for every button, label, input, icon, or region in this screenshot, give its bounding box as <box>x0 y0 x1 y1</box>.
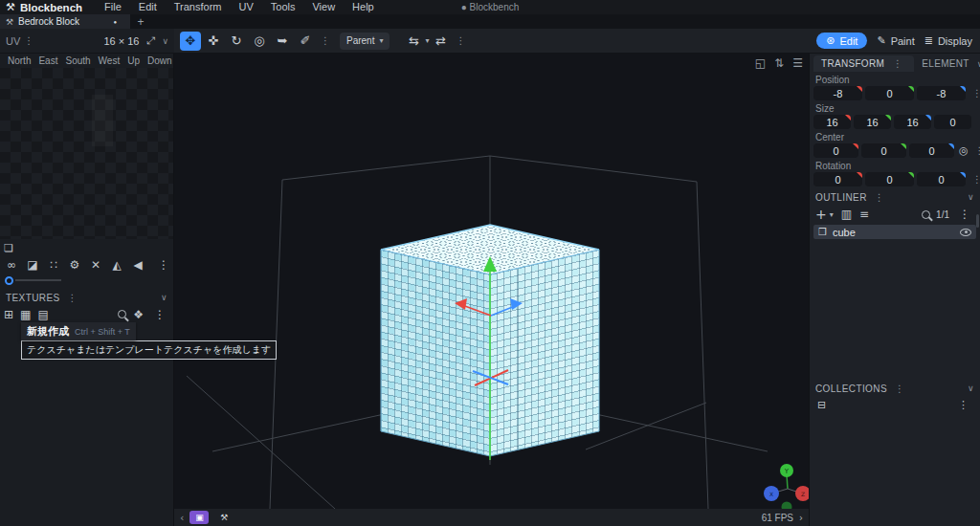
delete-uv-icon[interactable]: ✕ <box>88 258 103 272</box>
search-textures-icon[interactable] <box>118 310 126 318</box>
scroll-right-icon[interactable]: › <box>799 513 803 523</box>
focus-pivot-icon[interactable]: ◎ <box>959 144 969 157</box>
mirror-uv-icon[interactable]: ◭ <box>109 258 124 272</box>
auto-uv-gear-icon[interactable]: ⚙ <box>67 258 82 272</box>
copy-uv-icon[interactable]: ❏ <box>4 242 13 254</box>
outliner-item-cube[interactable]: ❒ cube <box>813 225 976 239</box>
menu-tools[interactable]: Tools <box>262 0 304 14</box>
uv-tools-more-icon[interactable]: ⋮ <box>154 258 169 272</box>
perspective-view-button[interactable]: ▣ <box>189 511 209 524</box>
mode-edit-button[interactable]: ⊛ Edit <box>816 33 867 49</box>
resize-tool-button[interactable]: ✜ <box>203 32 224 51</box>
add-element-button[interactable]: + <box>815 207 827 222</box>
paint-bucket-icon[interactable]: ◪ <box>25 258 40 272</box>
sort-icon[interactable]: ⇅ <box>774 56 784 70</box>
uv-zoom-slider[interactable] <box>0 274 173 287</box>
menu-uv[interactable]: UV <box>230 0 261 14</box>
textures-collapse-icon[interactable]: ∨ <box>161 293 167 302</box>
mirror-tool-button[interactable]: ⇆ <box>403 32 424 51</box>
rotation-space-dropdown[interactable]: Parent ▾ <box>340 33 390 50</box>
scroll-left-icon[interactable]: ‹ <box>180 512 184 524</box>
textures-menu-icon[interactable]: ⋮ <box>64 293 81 303</box>
pivot-tool-button[interactable]: ◎ <box>249 32 270 51</box>
screenshot-icon[interactable]: ◱ <box>755 56 766 70</box>
tab-down[interactable]: Down <box>144 55 176 66</box>
mirror-caret-icon[interactable]: ▾ <box>425 36 429 45</box>
toolbar-more2-icon[interactable]: ⋮ <box>453 35 470 46</box>
uv-menu-icon[interactable]: ⋮ <box>20 35 37 46</box>
textures-more-icon[interactable]: ⋮ <box>150 308 169 321</box>
rotation-more-icon[interactable]: ⋮ <box>969 174 980 185</box>
rotation-y-field[interactable]: 0 <box>865 172 914 186</box>
size-x-field[interactable]: 16 <box>813 115 851 129</box>
rotation-z-field[interactable]: 0 <box>917 172 966 186</box>
collections-collapse-icon[interactable]: ∨ <box>968 384 974 393</box>
new-collection-button[interactable]: ⊟ <box>817 399 826 411</box>
swap-tool-button[interactable]: ⇄ <box>431 32 452 51</box>
position-y-field[interactable]: 0 <box>865 86 914 100</box>
pack-uv-icon[interactable]: ❖ <box>133 308 144 321</box>
collections-menu-icon[interactable]: ⋮ <box>891 384 908 394</box>
new-tab-button[interactable]: + <box>130 14 151 29</box>
outliner-scrollbar[interactable] <box>976 214 979 228</box>
menu-help[interactable]: Help <box>344 0 383 14</box>
add-group-button[interactable]: ▥ <box>841 208 852 221</box>
view-orientation-gizmo[interactable]: Y X Z <box>764 464 809 509</box>
tab-up[interactable]: Up <box>123 55 144 66</box>
position-x-field[interactable]: -8 <box>813 86 862 100</box>
center-x-field[interactable]: 0 <box>813 143 858 158</box>
search-outliner-icon[interactable] <box>922 210 930 219</box>
move-tool-button[interactable]: ✥ <box>180 32 201 51</box>
outliner-collapse-icon[interactable]: ∨ <box>968 192 974 202</box>
transform-gizmo[interactable]: Y X Z <box>174 54 809 509</box>
tab-bedrock-block[interactable]: ⚒ Bedrock Block ● <box>0 14 130 29</box>
knife-tool-button[interactable]: ✐ <box>295 32 316 51</box>
size-y-field[interactable]: 16 <box>854 115 891 129</box>
mode-paint-button[interactable]: ✎ Paint <box>877 34 914 47</box>
rotate-uv-icon[interactable]: ◀ <box>130 258 145 272</box>
tab-south[interactable]: South <box>61 55 94 66</box>
size-more-icon[interactable]: ⋮ <box>974 117 980 127</box>
transform-menu-icon[interactable]: ⋮ <box>889 58 906 69</box>
marquee-select-icon[interactable]: ∷ <box>46 258 61 272</box>
tab-east[interactable]: East <box>34 55 61 66</box>
uv-editor-canvas[interactable] <box>0 68 173 239</box>
link-uv-icon[interactable]: ∞ <box>4 258 19 272</box>
size-inflate-field[interactable]: 0 <box>934 115 971 129</box>
collections-more-icon[interactable]: ⋮ <box>954 399 972 411</box>
rotate-tool-button[interactable]: ↻ <box>226 32 247 51</box>
tab-west[interactable]: West <box>95 55 124 66</box>
center-y-field[interactable]: 0 <box>861 143 906 158</box>
blockbench-tool-button[interactable]: ⚒ <box>214 511 234 524</box>
visibility-eye-icon[interactable] <box>960 229 971 236</box>
menu-view[interactable]: View <box>303 0 344 14</box>
uv-chevron-icon[interactable]: ∨ <box>162 36 168 46</box>
menu-edit[interactable]: Edit <box>130 0 166 14</box>
toolbar-more-icon[interactable]: ⋮ <box>317 35 334 46</box>
size-z-field[interactable]: 16 <box>894 115 931 129</box>
menu-transform[interactable]: Transform <box>166 0 231 14</box>
tab-transform[interactable]: TRANSFORM ⋮ <box>813 55 914 72</box>
toggle-list-button[interactable]: ≡ <box>859 208 869 221</box>
position-more-icon[interactable]: ⋮ <box>969 88 980 99</box>
outliner-more-icon[interactable]: ⋮ <box>955 208 974 221</box>
import-texture-button[interactable]: ▦ <box>20 308 31 321</box>
center-z-field[interactable]: 0 <box>909 143 954 158</box>
add-element-caret-icon[interactable]: ▾ <box>830 210 834 219</box>
rotation-x-field[interactable]: 0 <box>813 172 862 186</box>
outliner-menu-icon[interactable]: ⋮ <box>871 192 888 203</box>
tab-element[interactable]: ELEMENT <box>914 55 976 72</box>
slider-handle[interactable] <box>5 276 13 285</box>
position-z-field[interactable]: -8 <box>917 86 966 100</box>
center-more-icon[interactable]: ⋮ <box>971 145 980 156</box>
mode-display-button[interactable]: ≣ Display <box>924 34 972 47</box>
viewport-3d[interactable]: Y X Z ◱ ⇅ ☰ <box>174 54 809 509</box>
create-texture-button[interactable]: ⊞ <box>4 308 13 321</box>
append-texture-button[interactable]: ▤ <box>37 308 48 321</box>
anvil-icon: ⚒ <box>220 513 228 522</box>
viewport-menu-icon[interactable]: ☰ <box>792 56 803 70</box>
menu-file[interactable]: File <box>96 0 130 14</box>
tab-north[interactable]: North <box>4 55 34 66</box>
uv-fullscreen-icon[interactable]: ⤢ <box>140 32 161 51</box>
vertex-snap-tool-button[interactable]: ➥ <box>272 32 293 51</box>
